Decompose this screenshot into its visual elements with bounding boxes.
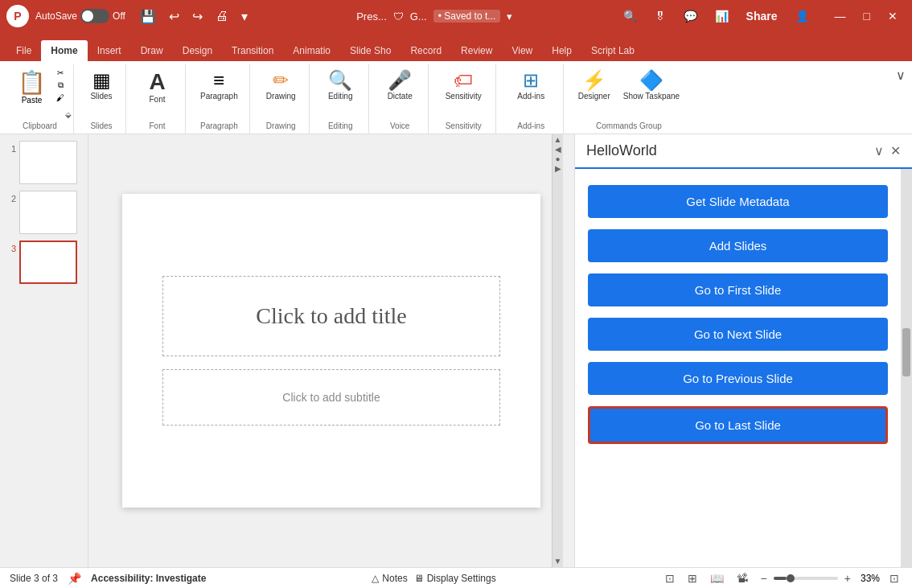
share-button[interactable]: Share bbox=[740, 8, 784, 24]
tab-slideshow[interactable]: Slide Sho bbox=[340, 40, 401, 61]
sensitivity-group-label: Sensitivity bbox=[432, 121, 495, 130]
editing-button[interactable]: 🔍 Editing bbox=[322, 68, 358, 105]
ribbon: File Home Insert Draw Design Transition … bbox=[0, 32, 912, 134]
filename-display: Pres... bbox=[356, 10, 387, 23]
autosave-toggle[interactable] bbox=[80, 9, 109, 23]
go-to-last-slide-button[interactable]: Go to Last Slide bbox=[588, 406, 888, 444]
scroll-next-button[interactable]: ▶ bbox=[555, 165, 561, 173]
tab-scriptlab[interactable]: Script Lab bbox=[581, 40, 644, 61]
sensitivity-group: 🏷 Sensitivity Sensitivity bbox=[432, 64, 496, 134]
slide-count: Slide 3 of 3 bbox=[10, 573, 58, 584]
tab-animations[interactable]: Animatio bbox=[283, 40, 340, 61]
zoom-out-button[interactable]: − bbox=[758, 570, 770, 586]
notes-button[interactable]: △ Notes bbox=[372, 573, 407, 584]
minimize-button[interactable]: — bbox=[827, 8, 854, 24]
tab-help[interactable]: Help bbox=[542, 40, 581, 61]
save-button[interactable]: 💾 bbox=[135, 7, 161, 26]
scroll-center-dot[interactable]: ● bbox=[555, 155, 560, 163]
undo-button[interactable]: ↩ bbox=[164, 7, 184, 26]
slide-panel: 1 2 3 bbox=[0, 134, 88, 567]
tab-home[interactable]: Home bbox=[41, 40, 87, 61]
sensitivity-icon: 🏷 bbox=[454, 71, 473, 90]
panel-collapse-button[interactable]: ∨ bbox=[874, 143, 884, 158]
format-painter-button[interactable]: 🖌 bbox=[54, 93, 67, 103]
addins-button[interactable]: ⊞ Add-ins bbox=[512, 68, 549, 105]
slide-num-2: 2 bbox=[5, 194, 16, 204]
cut-button[interactable]: ✂ bbox=[54, 68, 67, 78]
ribbon-expand-button[interactable]: ∨ bbox=[896, 68, 906, 83]
comments-button[interactable]: 💬 bbox=[677, 8, 704, 24]
panel-title: HelloWorld bbox=[586, 142, 657, 159]
slide-thumbnail-1[interactable] bbox=[19, 141, 77, 184]
scroll-up-arrow[interactable]: ▲ bbox=[554, 136, 562, 144]
tab-draw[interactable]: Draw bbox=[131, 40, 173, 61]
slide-view-present-button[interactable]: 📽 bbox=[733, 570, 751, 586]
clipboard-expand-icon[interactable]: ⬙ bbox=[65, 110, 72, 119]
tab-view[interactable]: View bbox=[502, 40, 542, 61]
zoom-slider: − + bbox=[758, 570, 854, 586]
add-slides-button[interactable]: Add Slides bbox=[588, 229, 888, 262]
slide-num-3: 3 bbox=[5, 244, 16, 253]
designer-button[interactable]: ⚡ Designer bbox=[573, 68, 615, 105]
sensitivity-label: Sensitivity bbox=[446, 92, 482, 101]
panel-scrollbar[interactable] bbox=[901, 169, 912, 567]
autosave-label: AutoSave bbox=[35, 10, 77, 22]
maximize-button[interactable]: □ bbox=[856, 8, 878, 24]
dictate-button[interactable]: 🎤 Dictate bbox=[382, 68, 417, 105]
display-settings-button[interactable]: 🖥 Display Settings bbox=[414, 573, 496, 584]
font-button[interactable]: A Font bbox=[140, 68, 175, 108]
slide-thumbnail-3[interactable] bbox=[19, 241, 77, 284]
tab-insert[interactable]: Insert bbox=[88, 40, 131, 61]
editing-label: Editing bbox=[328, 92, 353, 101]
slide-view-reading-button[interactable]: 📖 bbox=[707, 570, 727, 586]
get-slide-metadata-button[interactable]: Get Slide Metadata bbox=[588, 185, 888, 218]
panel-close-button[interactable]: ✕ bbox=[890, 143, 901, 158]
slide-view-sorter-button[interactable]: ⊞ bbox=[684, 570, 700, 586]
scroll-prev-button[interactable]: ◀ bbox=[555, 146, 561, 154]
copy-button[interactable]: ⧉ bbox=[54, 80, 67, 91]
zoom-in-button[interactable]: + bbox=[841, 570, 854, 586]
profile-button[interactable]: 👤 bbox=[789, 8, 815, 24]
slides-button[interactable]: ▦ Slides bbox=[84, 68, 119, 105]
ribbon-collapse-button[interactable]: 🎖 bbox=[648, 8, 672, 24]
dropdown-arrow[interactable]: ▾ bbox=[507, 10, 512, 23]
close-button[interactable]: ✕ bbox=[880, 8, 906, 24]
search-button[interactable]: 🔍 bbox=[617, 8, 643, 24]
zoom-percent: 33% bbox=[861, 573, 880, 584]
present-button[interactable]: 📊 bbox=[709, 8, 735, 24]
vertical-scrollbar[interactable]: ▲ ◀ ● ▶ ▼ bbox=[552, 134, 563, 567]
slides-icon: ▦ bbox=[92, 71, 111, 90]
dictate-icon: 🎤 bbox=[388, 71, 412, 90]
tab-record[interactable]: Record bbox=[401, 40, 451, 61]
tab-review[interactable]: Review bbox=[451, 40, 502, 61]
slide-title-placeholder[interactable]: Click to add title bbox=[162, 276, 500, 356]
slide-title-text: Click to add title bbox=[256, 303, 406, 329]
show-taskpane-label: Show Taskpane bbox=[623, 92, 680, 101]
notes-accessibility-icon[interactable]: 📌 bbox=[64, 570, 84, 586]
guard-name: G... bbox=[410, 10, 427, 23]
tab-file[interactable]: File bbox=[6, 40, 41, 61]
paragraph-button[interactable]: ≡ Paragraph bbox=[195, 68, 243, 105]
redo-button[interactable]: ↪ bbox=[187, 7, 207, 26]
fit-to-window-button[interactable]: ⊡ bbox=[886, 570, 902, 586]
print-button[interactable]: 🖨 bbox=[211, 7, 233, 25]
slide-thumbnail-2[interactable] bbox=[19, 191, 77, 234]
go-to-next-slide-button[interactable]: Go to Next Slide bbox=[588, 318, 888, 351]
sensitivity-button[interactable]: 🏷 Sensitivity bbox=[441, 68, 487, 105]
drawing-button[interactable]: ✏ Drawing bbox=[261, 68, 301, 105]
more-tools-button[interactable]: ▾ bbox=[236, 7, 253, 26]
paste-button[interactable]: 📋 Paste bbox=[13, 68, 51, 106]
zoom-fill bbox=[774, 577, 787, 580]
slide-view-normal-button[interactable]: ⊡ bbox=[662, 570, 678, 586]
guard-label: 🛡 bbox=[393, 10, 404, 23]
show-taskpane-button[interactable]: 🔷 Show Taskpane bbox=[618, 68, 684, 105]
slide-canvas: Click to add title Click to add subtitle bbox=[122, 194, 540, 508]
tab-transitions[interactable]: Transition bbox=[222, 40, 283, 61]
drawing-group: ✏ Drawing Drawing bbox=[253, 64, 310, 134]
go-to-first-slide-button[interactable]: Go to First Slide bbox=[588, 273, 888, 306]
zoom-thumb[interactable] bbox=[787, 574, 795, 582]
tab-design[interactable]: Design bbox=[173, 40, 222, 61]
slide-subtitle-placeholder[interactable]: Click to add subtitle bbox=[162, 369, 500, 426]
go-to-previous-slide-button[interactable]: Go to Previous Slide bbox=[588, 362, 888, 395]
scroll-down-arrow[interactable]: ▼ bbox=[554, 557, 562, 565]
